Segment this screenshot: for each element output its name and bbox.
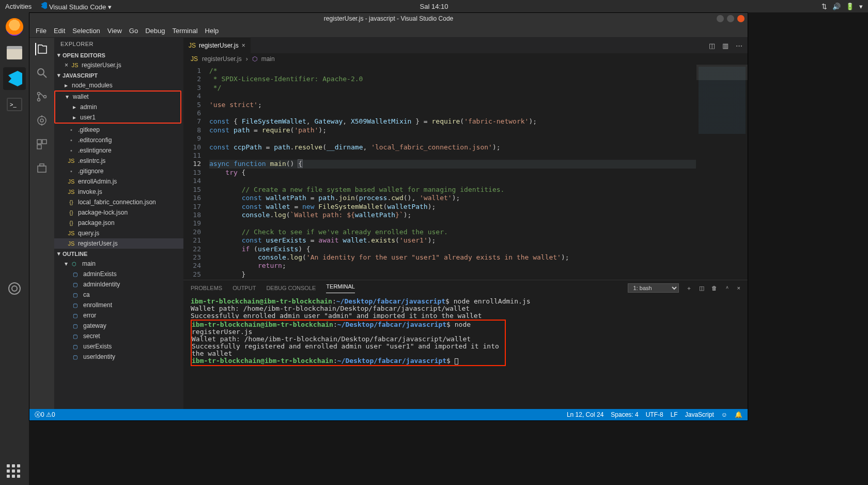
tree-file[interactable]: JSenrollAdmin.js xyxy=(54,176,183,187)
minimap[interactable] xyxy=(696,65,748,280)
panel-tab-debug-console[interactable]: DEBUG CONSOLE xyxy=(266,285,316,291)
split-editor-icon[interactable]: ◫ xyxy=(709,42,715,50)
outline-header[interactable]: OUTLINE xyxy=(54,249,183,259)
panel-tab-terminal[interactable]: TERMINAL xyxy=(326,283,355,293)
status-position[interactable]: Ln 12, Col 24 xyxy=(567,411,603,418)
status-eol[interactable]: LF xyxy=(671,411,678,418)
dock-files[interactable] xyxy=(3,41,26,64)
window-minimize[interactable] xyxy=(717,15,724,22)
clock[interactable]: Sal 14:10 xyxy=(420,3,448,10)
kill-terminal-icon[interactable]: 🗑 xyxy=(711,285,717,291)
activity-search[interactable] xyxy=(36,67,48,79)
tree-folder-node-modules[interactable]: node_modules xyxy=(54,80,183,90)
maximize-panel-icon[interactable]: ＾ xyxy=(724,284,730,292)
tree-file[interactable]: JSquery.js xyxy=(54,228,183,238)
tree-file[interactable]: {}package-lock.json xyxy=(54,207,183,218)
breadcrumb-file[interactable]: registerUser.js xyxy=(202,55,242,63)
dock-show-apps[interactable] xyxy=(7,464,22,480)
js-icon: JS xyxy=(191,55,198,63)
folder-root-header[interactable]: JAVASCRIPT xyxy=(54,70,183,80)
open-editor-item[interactable]: × JS registerUser.js xyxy=(54,60,183,70)
tree-file[interactable]: •.gitkeep xyxy=(54,125,183,135)
terminal-selector[interactable]: 1: bash xyxy=(628,283,679,293)
tree-folder-wallet[interactable]: wallet xyxy=(55,92,180,102)
toggle-panel-icon[interactable]: ▥ xyxy=(722,42,729,50)
new-terminal-icon[interactable]: ＋ xyxy=(686,284,692,292)
tree-folder-admin[interactable]: admin xyxy=(55,102,180,112)
activity-debug[interactable] xyxy=(36,114,48,127)
tree-file[interactable]: JS.eslintrc.js xyxy=(54,156,183,166)
status-spaces[interactable]: Spaces: 4 xyxy=(611,411,638,418)
close-icon[interactable]: × xyxy=(65,62,68,69)
network-icon[interactable]: ⇅ xyxy=(822,3,827,10)
dock-vscode[interactable] xyxy=(3,67,26,90)
outline-root[interactable]: ⬡main xyxy=(54,259,183,269)
outline-item[interactable]: ▢gateway xyxy=(54,321,183,331)
close-icon[interactable]: × xyxy=(242,42,245,49)
menu-help[interactable]: Help xyxy=(205,27,219,35)
breadcrumb[interactable]: JS registerUser.js › ⬡ main xyxy=(183,53,748,65)
editor-tab[interactable]: JS registerUser.js × xyxy=(183,38,251,53)
dock-terminal[interactable]: >_ xyxy=(3,93,26,116)
activity-scm[interactable] xyxy=(36,90,48,103)
line-number-gutter[interactable]: 1234567891011121314151617181920212223242… xyxy=(183,65,205,280)
menu-view[interactable]: View xyxy=(107,27,122,35)
outline-item[interactable]: ▢userExists xyxy=(54,341,183,352)
status-encoding[interactable]: UTF-8 xyxy=(646,411,663,418)
window-maximize[interactable] xyxy=(727,15,734,22)
explorer-title: EXPLORER xyxy=(54,38,183,50)
breadcrumb-symbol[interactable]: main xyxy=(261,55,275,63)
menu-debug[interactable]: Debug xyxy=(145,27,165,35)
titlebar[interactable]: registerUser.js - javascript - Visual St… xyxy=(29,13,748,24)
outline-item[interactable]: ▢enrollment xyxy=(54,300,183,310)
tree-file[interactable]: •.eslintignore xyxy=(54,145,183,156)
power-icon[interactable]: ▾ xyxy=(859,3,863,10)
activity-extensions[interactable] xyxy=(36,138,48,150)
panel-tab-output[interactable]: OUTPUT xyxy=(233,285,256,291)
vscode-icon xyxy=(40,2,47,9)
activities-button[interactable]: Activities xyxy=(5,3,32,10)
dock-firefox[interactable] xyxy=(3,16,26,38)
outline-item[interactable]: ▢adminIdentity xyxy=(54,279,183,290)
terminal[interactable]: ibm-tr-blockchain@ibm-tr-blockchain:~/De… xyxy=(183,296,748,409)
status-language[interactable]: JavaScript xyxy=(685,411,714,418)
menu-selection[interactable]: Selection xyxy=(72,27,100,35)
close-panel-icon[interactable]: × xyxy=(737,285,740,291)
menu-edit[interactable]: Edit xyxy=(54,27,65,35)
tree-file[interactable]: {}package.json xyxy=(54,218,183,228)
tree-file[interactable]: •.gitignore xyxy=(54,166,183,176)
app-menu[interactable]: Visual Studio Code ▾ xyxy=(40,2,112,11)
battery-icon[interactable]: 🔋 xyxy=(846,3,854,10)
tree-folder-user1[interactable]: user1 xyxy=(55,112,180,123)
svg-point-2 xyxy=(38,93,40,95)
volume-icon[interactable]: 🔊 xyxy=(832,3,841,10)
variable-icon: ▢ xyxy=(73,313,80,319)
tree-file[interactable]: JSregisterUser.js xyxy=(54,238,183,249)
status-feedback-icon[interactable]: ☺ xyxy=(721,411,727,418)
outline-item[interactable]: ▢adminExists xyxy=(54,269,183,279)
more-actions-icon[interactable]: ⋯ xyxy=(736,42,742,50)
status-bell-icon[interactable]: 🔔 xyxy=(735,411,742,418)
outline-item[interactable]: ▢userIdentity xyxy=(54,352,183,362)
outline-label: gateway xyxy=(83,322,106,329)
outline-item[interactable]: ▢error xyxy=(54,310,183,321)
menu-terminal[interactable]: Terminal xyxy=(172,27,197,35)
activity-blockchain[interactable] xyxy=(36,162,48,174)
status-errors[interactable]: ⓧ0 ⚠0 xyxy=(35,411,55,419)
json-icon: {} xyxy=(68,199,75,205)
menu-go[interactable]: Go xyxy=(129,27,138,35)
open-editors-header[interactable]: OPEN EDITORS xyxy=(54,50,183,60)
tree-file[interactable]: {}local_fabric_connection.json xyxy=(54,197,183,207)
dock-settings[interactable] xyxy=(3,279,26,301)
window-close[interactable] xyxy=(737,15,745,22)
outline-item[interactable]: ▢secret xyxy=(54,331,183,341)
split-terminal-icon[interactable]: ◫ xyxy=(699,285,704,292)
outline-item[interactable]: ▢ca xyxy=(54,290,183,300)
tree-file[interactable]: •.editorconfig xyxy=(54,135,183,145)
outline-label: error xyxy=(83,312,96,319)
code-editor[interactable]: /* * SPDX-License-Identifier: Apache-2.0… xyxy=(205,65,696,280)
panel-tab-problems[interactable]: PROBLEMS xyxy=(191,285,222,291)
tree-file[interactable]: JSinvoke.js xyxy=(54,187,183,197)
activity-explorer[interactable] xyxy=(35,43,48,55)
menu-file[interactable]: File xyxy=(36,27,47,35)
